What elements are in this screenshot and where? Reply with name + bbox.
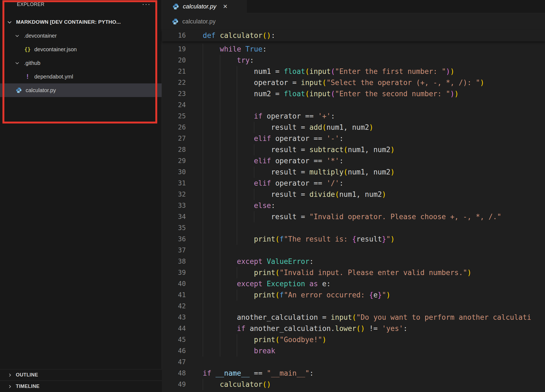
code-line-36[interactable]: 36 print(f"The result is: {result}") — [162, 234, 545, 245]
sticky-scroll-line[interactable]: 16def calculator(): — [162, 30, 545, 41]
code-line-16[interactable]: 16def calculator(): — [162, 30, 545, 41]
breadcrumb-label: calculator.py — [182, 18, 216, 25]
code-line-45[interactable]: 45 print("Goodbye!") — [162, 334, 545, 345]
chevron-down-icon — [15, 61, 22, 65]
line-number: 35 — [162, 222, 186, 234]
section-timeline[interactable]: TIMELINE — [0, 381, 162, 392]
section-outline[interactable]: OUTLINE — [0, 369, 162, 381]
code-line-48[interactable]: 48if __name__ == "__main__": — [162, 368, 545, 379]
json-braces-icon: {} — [23, 46, 32, 52]
chevron-down-icon — [15, 33, 22, 38]
line-number: 29 — [162, 155, 186, 167]
code-line-46[interactable]: 46 break — [162, 345, 545, 357]
line-number: 41 — [162, 290, 186, 301]
code-line-30[interactable]: 30 result = multiply(num1, num2) — [162, 167, 545, 178]
line-number: 21 — [162, 66, 186, 77]
line-number: 19 — [162, 44, 186, 55]
file-tree: .devcontainer{}devcontainer.json.github!… — [0, 29, 162, 97]
code-line-43[interactable]: 43 another_calculation = input("Do you w… — [162, 312, 545, 323]
sidebar-item-label: calculator.py — [26, 87, 56, 94]
python-icon — [172, 18, 178, 25]
code-line-24[interactable]: 24 — [162, 99, 545, 111]
code-line-25[interactable]: 25 if operator == '+': — [162, 111, 545, 122]
line-number: 40 — [162, 278, 186, 290]
line-number: 31 — [162, 178, 186, 189]
yaml-warning-icon: ! — [23, 73, 32, 80]
sidebar-item-dependabot-yml[interactable]: !dependabot.yml — [0, 70, 162, 83]
chevron-right-icon — [8, 384, 12, 389]
sidebar-item--devcontainer[interactable]: .devcontainer — [0, 29, 162, 43]
line-number: 33 — [162, 200, 186, 211]
line-number: 27 — [162, 133, 186, 144]
code-line-47[interactable]: 47 — [162, 357, 545, 368]
line-number: 50 — [162, 390, 186, 392]
sidebar-item-label: .github — [24, 60, 40, 66]
code-line-29[interactable]: 29 elif operator == '*': — [162, 155, 545, 167]
breadcrumb[interactable]: calculator.py — [162, 13, 545, 30]
section-label: OUTLINE — [16, 372, 38, 378]
code-line-28[interactable]: 28 result = subtract(num1, num2) — [162, 144, 545, 155]
sidebar-item-label: devcontainer.json — [34, 46, 77, 53]
line-number: 46 — [162, 345, 186, 357]
chevron-right-icon — [8, 373, 12, 377]
sidebar-item-calculator-py[interactable]: calculator.py — [0, 83, 162, 97]
code-line-39[interactable]: 39 print("Invalid input. Please enter va… — [162, 267, 545, 278]
line-number: 45 — [162, 334, 186, 345]
explorer-title: EXPLORER — [17, 2, 44, 7]
code-line-23[interactable]: 23 num2 = float(input("Enter the second … — [162, 88, 545, 99]
code-line-31[interactable]: 31 elif operator == '/': — [162, 178, 545, 189]
sidebar-item-devcontainer-json[interactable]: {}devcontainer.json — [0, 43, 162, 56]
code-line-20[interactable]: 20 try: — [162, 55, 545, 66]
more-actions-icon[interactable]: ··· — [142, 2, 151, 7]
close-icon[interactable]: ✕ — [223, 3, 228, 10]
line-number: 24 — [162, 99, 186, 111]
code-line-49[interactable]: 49 calculator() — [162, 379, 545, 390]
line-number: 39 — [162, 267, 186, 278]
code-line-27[interactable]: 27 elif operator == '-': — [162, 133, 545, 144]
code-line-21[interactable]: 21 num1 = float(input("Enter the first n… — [162, 66, 545, 77]
code-line-40[interactable]: 40 except Exception as e: — [162, 278, 545, 290]
code-line-38[interactable]: 38 except ValueError: — [162, 256, 545, 267]
code-line-26[interactable]: 26 result = add(num1, num2) — [162, 122, 545, 133]
line-number: 20 — [162, 55, 186, 66]
line-number: 28 — [162, 144, 186, 155]
sidebar-item-label: .devcontainer — [24, 33, 57, 39]
line-number: 36 — [162, 234, 186, 245]
code-line-35[interactable]: 35 — [162, 222, 545, 234]
code-line-44[interactable]: 44 if another_calculation.lower() != 'ye… — [162, 323, 545, 334]
line-number: 37 — [162, 245, 186, 256]
explorer-sidebar: EXPLORER ··· MARKDOWN [DEV CONTAINER: PY… — [0, 0, 162, 392]
editor-group: calculator.py ✕ calculator.py 16def calc… — [162, 0, 545, 392]
sidebar-item--github[interactable]: .github — [0, 56, 162, 70]
code-line-42[interactable]: 42 — [162, 301, 545, 312]
line-number: 25 — [162, 111, 186, 122]
line-number: 48 — [162, 368, 186, 379]
code-line-19[interactable]: 19 while True: — [162, 44, 545, 55]
python-icon — [172, 3, 179, 10]
python-icon — [15, 87, 23, 93]
code-line-32[interactable]: 32 result = divide(num1, num2) — [162, 189, 545, 200]
sidebar-item-label: dependabot.yml — [34, 74, 73, 80]
line-number: 23 — [162, 88, 186, 99]
chevron-down-icon — [7, 19, 14, 25]
line-number: 16 — [162, 30, 186, 41]
line-number: 26 — [162, 122, 186, 133]
tab-calculator-py[interactable]: calculator.py ✕ — [162, 0, 247, 13]
code-line-41[interactable]: 41 print(f"An error occurred: {e}") — [162, 290, 545, 301]
code-line-33[interactable]: 33 else: — [162, 200, 545, 211]
code-line-34[interactable]: 34 result = "Invalid operator. Please ch… — [162, 211, 545, 222]
line-number: 38 — [162, 256, 186, 267]
code-line-50[interactable]: 50 — [162, 390, 545, 392]
tab-label: calculator.py — [183, 3, 216, 10]
workspace-label: MARKDOWN [DEV CONTAINER: PYTHO... — [16, 19, 121, 25]
code-line-22[interactable]: 22 operator = input("Select the operator… — [162, 77, 545, 88]
line-number: 49 — [162, 379, 186, 390]
code-line-37[interactable]: 37 — [162, 245, 545, 256]
line-number: 44 — [162, 323, 186, 334]
line-number: 32 — [162, 189, 186, 200]
tab-bar: calculator.py ✕ — [162, 0, 545, 13]
section-label: TIMELINE — [16, 384, 40, 389]
workspace-root-row[interactable]: MARKDOWN [DEV CONTAINER: PYTHO... — [0, 15, 162, 29]
line-number: 22 — [162, 77, 186, 88]
line-number: 43 — [162, 312, 186, 323]
